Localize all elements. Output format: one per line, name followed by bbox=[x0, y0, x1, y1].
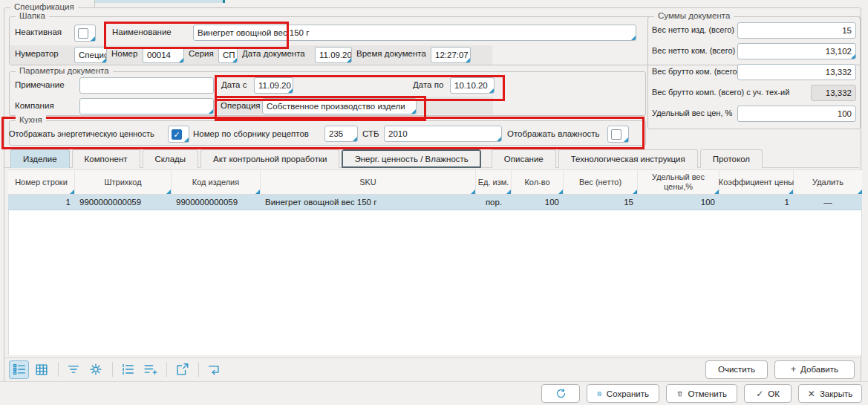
cancel-button[interactable]: Отменить bbox=[666, 384, 737, 403]
add-list-icon[interactable] bbox=[140, 360, 160, 379]
group-header-title: Шапка bbox=[16, 11, 49, 20]
sort-corner-icon bbox=[255, 189, 260, 194]
numerator-label: Нумератор bbox=[15, 49, 59, 58]
doc-date-field[interactable]: 11.09.20 bbox=[315, 47, 352, 63]
open-external-icon[interactable] bbox=[172, 360, 192, 379]
recipe-number-label: Номер по сборнику рецептов bbox=[193, 129, 309, 138]
ok-button[interactable]: ✓ОК bbox=[744, 384, 792, 403]
sum-field-net-product[interactable]: 15 bbox=[737, 22, 856, 39]
col-header-row-number[interactable]: Номер строки bbox=[8, 170, 75, 194]
date-to-field[interactable]: 10.10.20 bbox=[450, 77, 495, 94]
note-field[interactable] bbox=[79, 77, 214, 94]
col-header-product-code[interactable]: Код изделия bbox=[172, 170, 261, 194]
operation-label: Операция bbox=[221, 101, 261, 110]
tab-energy-humidity[interactable]: Энерг. ценность / Влажность bbox=[342, 149, 480, 168]
plus-icon: + bbox=[791, 364, 796, 375]
cell-unit: пор. bbox=[476, 195, 512, 210]
col-header-price-coef[interactable]: Коэффициент цены bbox=[719, 170, 794, 194]
dropdown-corner-icon bbox=[184, 137, 189, 142]
col-header-net-weight[interactable]: Вес (нетто) bbox=[564, 170, 638, 194]
company-field[interactable] bbox=[79, 98, 214, 114]
note-label: Примечание bbox=[15, 80, 65, 89]
sort-corner-icon bbox=[166, 189, 171, 194]
refresh-button[interactable] bbox=[541, 384, 580, 403]
dropdown-corner-icon bbox=[353, 137, 357, 141]
doc-time-field[interactable]: 12:27:07 bbox=[431, 47, 471, 63]
dropdown-corner-icon bbox=[102, 58, 106, 62]
dropdown-corner-icon bbox=[466, 58, 470, 62]
toolbar-separator bbox=[198, 362, 199, 377]
name-field[interactable]: Винегрет овощной вес 150 г bbox=[193, 25, 636, 41]
tab-control-act[interactable]: Акт контрольной проработки bbox=[200, 149, 339, 168]
date-from-field[interactable]: 11.09.20 bbox=[254, 77, 293, 94]
col-header-price-share[interactable]: Удельный вес цены,% bbox=[638, 170, 719, 194]
save-button[interactable]: Сохранить bbox=[587, 384, 659, 403]
group-kitchen-title: Кухня bbox=[16, 115, 46, 124]
tab-warehouses[interactable]: Склады bbox=[143, 149, 199, 168]
refresh-icon bbox=[555, 388, 567, 399]
humidity-label: Отображать влажность bbox=[507, 129, 600, 138]
operation-field[interactable]: Собственное производство издели bbox=[262, 98, 417, 114]
close-button[interactable]: ✕Закрыть bbox=[798, 384, 862, 403]
footer-bar: Сохранить Отменить ✓ОК ✕Закрыть bbox=[0, 381, 868, 405]
sum-label: Вес брутто комп. (всего) с уч. тех-ий bbox=[652, 88, 789, 97]
recipe-number-field[interactable]: 235 bbox=[324, 126, 358, 142]
check-icon: ✓ bbox=[756, 389, 763, 399]
toolbar-separator bbox=[166, 362, 167, 377]
list-view-icon[interactable] bbox=[9, 360, 29, 379]
filter-icon[interactable] bbox=[63, 360, 83, 379]
cell-row-number: 1 bbox=[8, 195, 75, 210]
table-row[interactable]: 1 9900000000059 9900000000059 Винегрет о… bbox=[8, 195, 862, 210]
close-icon: ✕ bbox=[808, 389, 815, 399]
sum-label: Удельный вес цен, % bbox=[652, 108, 732, 117]
checkbox-box bbox=[78, 28, 88, 39]
sort-corner-icon bbox=[506, 189, 511, 194]
dropdown-corner-icon bbox=[411, 109, 416, 114]
cell-delete-action[interactable]: — bbox=[794, 195, 862, 210]
sum-field-gross-with-tech: 13,332 bbox=[811, 85, 856, 101]
stb-label: СТБ bbox=[362, 129, 379, 138]
humidity-checkbox[interactable] bbox=[607, 126, 629, 143]
stb-field[interactable]: 2010 bbox=[384, 126, 502, 142]
cell-product-code: 9900000000059 bbox=[172, 195, 261, 210]
gear-icon[interactable] bbox=[85, 360, 105, 379]
add-button[interactable]: +Добавить bbox=[774, 360, 855, 379]
numbered-list-icon[interactable] bbox=[117, 360, 137, 379]
grid-view-icon[interactable] bbox=[31, 360, 51, 379]
series-field[interactable]: СП bbox=[218, 47, 238, 63]
checkbox-box bbox=[611, 129, 621, 140]
company-label: Компания bbox=[15, 101, 54, 110]
return-arrow-icon[interactable] bbox=[203, 360, 223, 379]
group-doc-sums-title: Суммы документа bbox=[654, 11, 734, 20]
sum-label: Вес брутто ком. (всего) bbox=[652, 67, 740, 76]
tab-protocol[interactable]: Протокол bbox=[700, 149, 763, 168]
tab-product[interactable]: Изделие bbox=[10, 149, 70, 168]
table-toolbar: Очистить +Добавить bbox=[4, 357, 859, 380]
sort-corner-icon bbox=[789, 189, 793, 194]
sort-corner-icon bbox=[471, 189, 475, 194]
doc-date-label: Дата документа bbox=[242, 49, 305, 58]
col-header-delete[interactable]: Удалить bbox=[794, 170, 862, 194]
tab-description[interactable]: Описание bbox=[492, 149, 556, 168]
tab-component[interactable]: Компонент bbox=[72, 149, 140, 168]
tab-bar: Изделие Компонент Склады Акт контрольной… bbox=[10, 149, 763, 168]
number-field[interactable]: 00014 bbox=[143, 47, 184, 63]
inactive-checkbox[interactable] bbox=[74, 25, 96, 42]
sort-corner-icon bbox=[714, 189, 719, 194]
doc-time-label: Время документа bbox=[356, 49, 426, 58]
energy-checkbox[interactable] bbox=[168, 126, 189, 143]
col-header-barcode[interactable]: Штрихкод bbox=[75, 170, 172, 194]
sort-corner-icon bbox=[633, 189, 637, 194]
tab-tech-instruction[interactable]: Технологическая инструкция bbox=[558, 149, 698, 168]
col-header-quantity[interactable]: Кол-во bbox=[512, 170, 564, 194]
sum-field-price-share[interactable]: 100 bbox=[737, 106, 856, 122]
table-header: Номер строки Штрихкод Код изделия SKU Ед… bbox=[8, 169, 862, 195]
numerator-field[interactable]: Специфи bbox=[74, 47, 107, 63]
clear-button[interactable]: Очистить bbox=[705, 360, 768, 379]
col-header-unit[interactable]: Ед. изм. bbox=[476, 170, 512, 194]
sum-field-gross-components[interactable]: 13,332 bbox=[737, 64, 856, 80]
sum-field-net-components[interactable]: 13,102 bbox=[737, 43, 856, 59]
date-to-label: Дата по bbox=[413, 80, 443, 89]
col-header-sku[interactable]: SKU bbox=[261, 170, 476, 194]
energy-label: Отображать энергетическую ценность bbox=[9, 129, 154, 138]
